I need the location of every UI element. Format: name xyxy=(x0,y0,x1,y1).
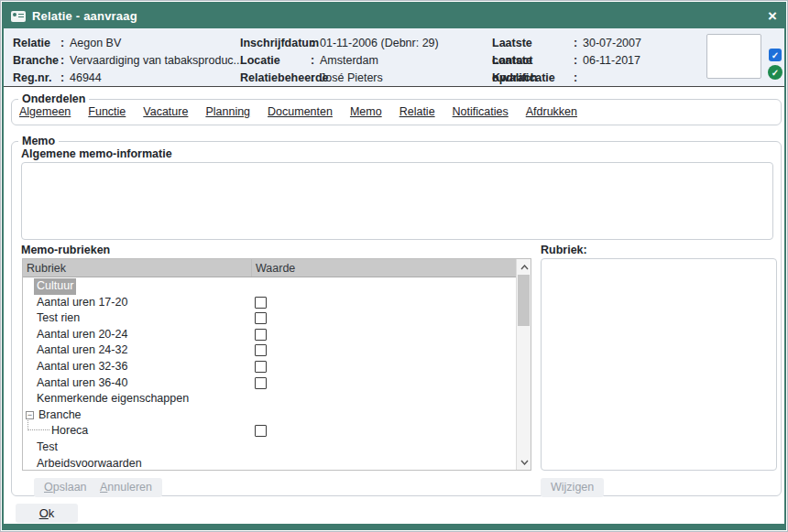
header-column-3: Laatste contact : 30-07-2007 Laatste opd… xyxy=(492,35,641,87)
field-value: 06-11-2017 xyxy=(583,52,640,70)
header-field: Relatiebeheerde : José Pieters xyxy=(240,70,439,87)
wijzigen-button[interactable]: Wijzigen xyxy=(541,478,604,497)
tab-functie[interactable]: Functie xyxy=(88,105,126,118)
field-label: Laatste opdrach xyxy=(492,52,574,70)
status-ok-icon: ✓ xyxy=(768,65,783,80)
table-row[interactable]: Aantal uren 17-20 xyxy=(23,295,516,311)
field-value: Aegon BV xyxy=(70,35,121,52)
window-title: Relatie - aanvraag xyxy=(32,9,137,23)
field-value: 30-07-2007 xyxy=(583,35,641,52)
tab-algemeen[interactable]: Algemeen xyxy=(19,105,71,118)
rubriek-panel-label: Rubriek: xyxy=(541,244,587,256)
scroll-down-icon[interactable] xyxy=(517,455,531,469)
memo-info-label: Algemene memo-informatie xyxy=(21,147,172,160)
table-row[interactable]: Aantal uren 36-40 xyxy=(23,375,516,392)
tab-vacature[interactable]: Vacature xyxy=(143,105,188,118)
field-label: Locatie xyxy=(240,52,311,70)
rubriek-cell: Test xyxy=(37,440,58,456)
table-row[interactable]: Cultuur xyxy=(23,278,516,295)
relation-photo-placeholder xyxy=(706,34,761,79)
memo-groupbox: Memo Algemene memo-informatie Memo-rubri… xyxy=(11,141,782,496)
tab-planning[interactable]: Planning xyxy=(205,105,250,118)
tab-documenten[interactable]: Documenten xyxy=(268,105,333,118)
annuleren-button[interactable]: Annuleren xyxy=(90,478,162,497)
rubriek-cell: Horeca xyxy=(51,423,88,440)
rubriek-cell: Aantal uren 36-40 xyxy=(37,375,127,392)
rubriek-value-textarea[interactable] xyxy=(541,258,777,471)
column-header-rubriek[interactable]: Rubriek xyxy=(23,259,251,277)
header-column-2: Inschrijfdatum : 01-11-2006 (Debnr: 29) … xyxy=(240,35,439,87)
memo-info-textarea[interactable] xyxy=(21,162,773,240)
field-label: Relatie xyxy=(13,35,60,52)
table-row[interactable]: Horeca xyxy=(23,423,516,440)
relatie-aanvraag-window: Relatie - aanvraag × Relatie : Aegon BV … xyxy=(0,0,788,532)
header-field: Laatste contact : 30-07-2007 xyxy=(492,35,641,52)
table-scrollbar[interactable] xyxy=(516,259,531,470)
window-frame: Relatie - aanvraag × Relatie : Aegon BV … xyxy=(2,2,786,530)
header-field: Relatie : Aegon BV xyxy=(13,35,243,52)
rubriek-cell: Aantal uren 20-24 xyxy=(37,327,127,343)
field-label: Laatste contact xyxy=(492,35,574,52)
tab-notificaties[interactable]: Notificaties xyxy=(453,105,509,118)
rubriek-table-header: Rubriek Waarde xyxy=(23,259,516,277)
waarde-checkbox[interactable] xyxy=(255,329,267,341)
header-field: Inschrijfdatum : 01-11-2006 (Debnr: 29) xyxy=(240,35,439,52)
relation-active-checkbox[interactable]: ✓ xyxy=(769,49,782,61)
rubriek-cell: Arbeidsvoorwaarden xyxy=(37,456,142,471)
header-field: Laatste opdrach : 06-11-2017 xyxy=(492,52,641,70)
onderdelen-tabs: Algemeen Functie Vacature Planning Docum… xyxy=(19,105,577,118)
onderdelen-groupbox: Onderdelen Algemeen Functie Vacature Pla… xyxy=(11,99,782,125)
table-row[interactable]: Test rien xyxy=(23,310,516,327)
field-label: Branche xyxy=(13,52,60,70)
memo-legend: Memo xyxy=(18,135,59,147)
field-value: José Pieters xyxy=(320,70,383,87)
field-value: Amsterdam xyxy=(320,52,378,70)
onderdelen-legend: Onderdelen xyxy=(18,92,89,105)
opslaan-button[interactable]: Opslaan xyxy=(34,478,97,497)
waarde-checkbox[interactable] xyxy=(255,361,267,373)
tab-afdrukken[interactable]: Afdrukken xyxy=(526,105,577,118)
header-column-1: Relatie : Aegon BV Branche : Vervaardigi… xyxy=(13,35,243,87)
rubriek-cell: Aantal uren 32-36 xyxy=(37,359,127,375)
column-header-waarde[interactable]: Waarde xyxy=(251,259,516,277)
rubriek-cell: Kenmerkende eigenschappen xyxy=(37,391,189,407)
table-row[interactable]: Aantal uren 32-36 xyxy=(23,359,516,375)
field-label: Reg.nr. xyxy=(13,70,60,87)
waarde-checkbox[interactable] xyxy=(255,297,267,309)
waarde-checkbox[interactable] xyxy=(255,312,267,324)
scrollbar-thumb[interactable] xyxy=(518,275,530,326)
scroll-up-icon[interactable] xyxy=(517,260,531,274)
field-value: Vervaardiging van tabaksproduc... xyxy=(70,52,243,70)
rubriek-table: Rubriek Waarde CultuurAantal uren 17-20T… xyxy=(22,258,531,471)
waarde-checkbox[interactable] xyxy=(255,344,267,356)
field-label: Relatiebeheerde xyxy=(240,70,311,87)
close-icon[interactable]: × xyxy=(768,8,777,24)
table-row[interactable]: Arbeidsvoorwaarden xyxy=(23,456,516,471)
header-field: Reg.nr. : 46944 xyxy=(13,70,243,87)
header-field: Locatie : Amsterdam xyxy=(240,52,439,70)
field-label: Kwalificatie xyxy=(492,70,574,87)
waarde-checkbox[interactable] xyxy=(255,425,267,437)
table-row[interactable]: −Branche xyxy=(23,407,516,424)
rubriek-table-body: CultuurAantal uren 17-20Test rienAantal … xyxy=(23,278,516,470)
header-field: Kwalificatie : xyxy=(492,70,641,87)
table-row[interactable]: Test xyxy=(23,440,516,456)
rubriek-cell: Aantal uren 24-32 xyxy=(37,342,127,359)
field-value: 01-11-2006 (Debnr: 29) xyxy=(320,35,439,52)
table-row[interactable]: Aantal uren 20-24 xyxy=(23,327,516,343)
waarde-checkbox[interactable] xyxy=(255,377,267,389)
relation-header: Relatie : Aegon BV Branche : Vervaardigi… xyxy=(4,28,784,87)
rubriek-cell: Aantal uren 17-20 xyxy=(37,295,127,311)
contact-card-icon xyxy=(11,11,26,22)
titlebar[interactable]: Relatie - aanvraag × xyxy=(4,4,784,28)
tab-relatie[interactable]: Relatie xyxy=(399,105,435,118)
tab-memo[interactable]: Memo xyxy=(350,105,382,118)
rubriek-cell: Cultuur xyxy=(34,278,76,295)
table-row[interactable]: Kenmerkende eigenschappen xyxy=(23,391,516,407)
ok-button[interactable]: Ok xyxy=(16,504,78,523)
tree-connector-line xyxy=(27,418,49,430)
rubriek-cell: Test rien xyxy=(37,310,80,327)
header-field: Branche : Vervaardiging van tabaksproduc… xyxy=(13,52,243,70)
table-row[interactable]: Aantal uren 24-32 xyxy=(23,342,516,359)
field-label: Inschrijfdatum xyxy=(240,35,311,52)
